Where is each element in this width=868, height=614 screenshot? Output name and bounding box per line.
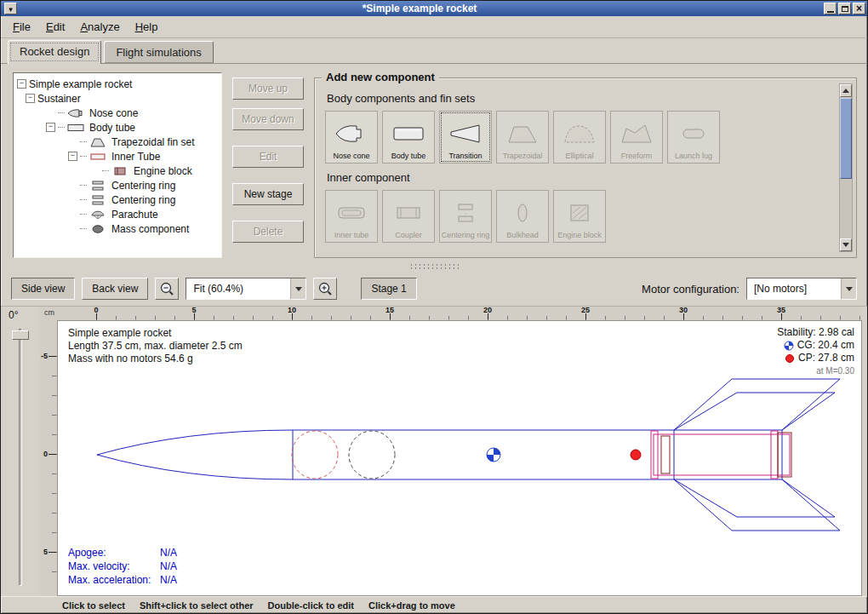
collapse-icon[interactable] [68, 152, 77, 161]
tree-item-label: Centering ring [111, 194, 175, 206]
menu-edit[interactable]: Edit [39, 18, 71, 36]
rocket-dimensions: Length 37.5 cm, max. diameter 2.5 cm [68, 340, 243, 353]
zoom-in-button[interactable] [313, 278, 337, 300]
rotation-slider-handle[interactable] [12, 330, 29, 340]
hint-click-select: Click to select [62, 600, 125, 611]
tree-item-inner-tube[interactable]: Inner Tube [15, 149, 220, 164]
component-scrollbar[interactable] [839, 83, 853, 252]
tree-item-label: Engine block [134, 165, 192, 177]
tree-item-label: Trapezoidal fin set [111, 136, 195, 148]
tree-item-label: Sustainer [37, 93, 81, 105]
mach-condition: at M=0.30 [777, 364, 854, 377]
inner-tube-icon [89, 151, 108, 162]
menu-analyze[interactable]: Analyze [73, 18, 126, 36]
svg-text:5: 5 [191, 307, 196, 314]
coupler-icon [391, 194, 425, 231]
parachute-icon [89, 209, 108, 220]
chevron-down-icon [846, 287, 853, 291]
menu-help[interactable]: Help [128, 18, 165, 36]
tree-item-nose-cone[interactable]: Nose cone [15, 106, 220, 120]
flight-data: Apogee:N/A Max. velocity:N/A Max. accele… [68, 546, 177, 587]
arrow-up-icon [842, 89, 849, 93]
rocket-name: Simple example rocket [68, 327, 243, 340]
side-view-button[interactable]: Side view [11, 278, 75, 300]
zoom-combobox[interactable]: Fit (60.4%) [186, 278, 306, 300]
tree-item-centering-ring-1[interactable]: Centering ring [15, 178, 220, 192]
edit-button: Edit [232, 146, 304, 168]
window-menu-button[interactable] [4, 3, 17, 14]
close-button[interactable] [853, 3, 865, 14]
motor-dropdown-button[interactable] [841, 278, 856, 299]
zoom-value: Fit (60.4%) [186, 278, 290, 299]
cg-marker [487, 448, 500, 462]
cp-marker [631, 450, 641, 460]
tree-item-sustainer[interactable]: Sustainer [15, 91, 220, 106]
back-view-button[interactable]: Back view [82, 278, 148, 300]
maximize-button[interactable] [838, 3, 851, 14]
trapezoidal-fin-icon [505, 115, 540, 152]
component-tree[interactable]: Simple example rocket Sustainer Nose con… [13, 72, 222, 258]
tree-line [80, 214, 87, 215]
new-stage-button[interactable]: New stage [232, 183, 304, 205]
scroll-up-button[interactable] [840, 84, 852, 97]
tree-item-rocket[interactable]: Simple example rocket [15, 77, 220, 91]
add-nose-cone-button[interactable]: Nose cone [325, 111, 378, 164]
tree-line [58, 112, 65, 113]
max-velocity-value: N/A [160, 559, 177, 573]
tab-flight-simulations[interactable]: Flight simulations [104, 41, 213, 63]
collapse-icon[interactable] [26, 94, 35, 103]
nose-cone-icon [67, 107, 86, 118]
launch-lug-icon [677, 115, 711, 152]
pane-splitter[interactable] [1, 261, 867, 272]
add-centering-ring-button: Centering ring [439, 190, 492, 243]
mass-component-icon [89, 223, 108, 234]
fin-icon [89, 136, 108, 147]
view-toolbar: Side view Back view Fit (60.4%) Stage 1 … [1, 272, 867, 306]
stage-1-toggle[interactable]: Stage 1 [361, 278, 416, 300]
rotation-angle-value: 0° [9, 309, 18, 321]
rocket-canvas[interactable]: Simple example rocket Length 37.5 cm, ma… [57, 320, 862, 596]
stability-info: Stability: 2.98 cal CG: 20.4 cm CP: 27.8… [777, 326, 854, 377]
collapse-icon[interactable] [17, 79, 26, 89]
centering-ring-icon [448, 194, 483, 231]
magnifier-minus-icon [159, 281, 174, 296]
tree-item-mass-component[interactable]: Mass component [15, 221, 220, 236]
hint-double-click: Double-click to edit [268, 600, 354, 611]
minimize-button[interactable] [824, 3, 837, 14]
zoom-dropdown-button[interactable] [290, 278, 306, 299]
move-up-button: Move up [232, 77, 304, 100]
add-transition-button[interactable]: Transition [439, 111, 492, 164]
tree-item-fin-set[interactable]: Trapezoidal fin set [15, 135, 220, 149]
centering-ring-icon [89, 180, 108, 191]
max-velocity-label: Max. velocity: [68, 559, 160, 573]
tree-item-centering-ring-2[interactable]: Centering ring [15, 192, 220, 207]
zoom-out-button[interactable] [155, 278, 179, 300]
tree-line [80, 141, 87, 142]
tree-item-body-tube[interactable]: Body tube [15, 120, 220, 135]
design-pane: Simple example rocket Sustainer Nose con… [1, 64, 867, 261]
inner-components-row: Inner tube Coupler Centering ring Bulkhe… [325, 190, 834, 243]
collapse-icon[interactable] [46, 123, 55, 132]
menu-file[interactable]: File [6, 18, 37, 36]
tree-item-engine-block[interactable]: Engine block [15, 164, 220, 178]
scroll-down-button[interactable] [840, 238, 852, 251]
inner-tube-icon [334, 194, 368, 231]
tree-item-parachute[interactable]: Parachute [15, 207, 220, 221]
svg-text:30: 30 [679, 307, 688, 314]
tree-line [80, 199, 87, 200]
rocket-info: Simple example rocket Length 37.5 cm, ma… [68, 327, 243, 365]
scrollbar-thumb[interactable] [840, 98, 852, 179]
motor-configuration-label: Motor configuration: [642, 283, 740, 296]
body-components-label: Body components and fin sets [327, 92, 834, 105]
cp-value: CP: 27.8 cm [798, 352, 854, 364]
cp-icon [785, 353, 795, 364]
add-body-tube-button[interactable]: Body tube [382, 111, 435, 164]
engine-block-icon [562, 194, 597, 231]
bulkhead-icon [505, 194, 540, 231]
titlebar[interactable]: *Simple example rocket [1, 1, 867, 16]
add-elliptical-fin-button: Elliptical [553, 111, 606, 164]
body-tube-icon [67, 122, 86, 133]
tree-item-label: Inner Tube [111, 151, 160, 163]
motor-configuration-combobox[interactable]: [No motors] [746, 278, 857, 300]
tab-rocket-design[interactable]: Rocket design [8, 40, 101, 64]
